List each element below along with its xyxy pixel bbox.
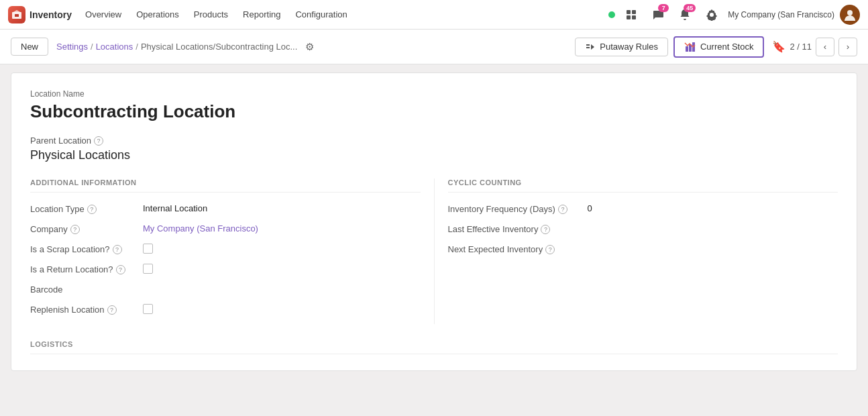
location-name-label: Location Name bbox=[30, 89, 838, 99]
inventory-freq-label: Inventory Frequency (Days) ? bbox=[448, 203, 582, 214]
replenish-location-row: Replenish Location ? bbox=[30, 304, 421, 315]
breadcrumb-current: Physical Locations/Subcontracting Loc... bbox=[141, 42, 297, 52]
topnav-right: 7 45 My Company (San Francisco) bbox=[608, 4, 860, 25]
company-row: Company ? My Company (San Francisco) bbox=[30, 223, 421, 234]
parent-location-label: Parent Location ? bbox=[30, 136, 838, 146]
location-type-row: Location Type ? Internal Location bbox=[30, 203, 421, 214]
nav-products[interactable]: Products bbox=[187, 5, 235, 23]
svg-marker-1 bbox=[12, 10, 21, 13]
putaway-rules-label: Putaway Rules bbox=[600, 42, 658, 52]
form-sections: ADDITIONAL INFORMATION Location Type ? I… bbox=[30, 178, 838, 324]
nav-configuration[interactable]: Configuration bbox=[288, 5, 354, 23]
return-location-row: Is a Return Location? ? bbox=[30, 264, 421, 274]
last-inventory-label: Last Effective Inventory ? bbox=[448, 223, 582, 234]
svg-rect-3 bbox=[627, 10, 631, 14]
logo-icon bbox=[8, 6, 25, 23]
current-stock-label: Current Stock bbox=[700, 42, 753, 52]
additional-info-title: ADDITIONAL INFORMATION bbox=[30, 178, 421, 193]
app-logo[interactable]: Inventory bbox=[8, 6, 72, 23]
cyclic-counting-title: CYCLIC COUNTING bbox=[448, 178, 838, 193]
logistics-section-title: LOGISTICS bbox=[30, 340, 838, 354]
return-location-checkbox[interactable] bbox=[143, 264, 153, 274]
top-navigation: Inventory Overview Operations Products R… bbox=[0, 0, 868, 30]
breadcrumb-sep-1: / bbox=[91, 42, 93, 52]
pagination-prev-button[interactable]: ‹ bbox=[816, 38, 834, 56]
alerts-badge: 45 bbox=[684, 4, 696, 12]
new-button[interactable]: New bbox=[11, 38, 48, 56]
section-divider bbox=[434, 178, 435, 324]
scrap-location-help[interactable]: ? bbox=[113, 245, 122, 254]
chat-icon-btn[interactable]: 7 bbox=[647, 4, 669, 25]
scrap-location-row: Is a Scrap Location? ? bbox=[30, 244, 421, 254]
breadcrumb: Settings / Locations / Physical Location… bbox=[56, 38, 567, 56]
company-value[interactable]: My Company (San Francisco) bbox=[143, 223, 421, 233]
status-dot bbox=[608, 11, 615, 18]
pagination-next-button[interactable]: › bbox=[838, 38, 857, 56]
cyclic-counting-section: CYCLIC COUNTING Inventory Frequency (Day… bbox=[448, 178, 838, 324]
inventory-freq-value: 0 bbox=[588, 203, 592, 213]
settings-gear-btn[interactable]: ⚙ bbox=[300, 38, 319, 56]
next-inventory-label: Next Expected Inventory ? bbox=[448, 244, 582, 254]
action-buttons: Putaway Rules Current Stock bbox=[575, 36, 764, 58]
replenish-location-help[interactable]: ? bbox=[107, 305, 117, 315]
next-inventory-help[interactable]: ? bbox=[545, 245, 555, 254]
bookmark-icon[interactable]: 🔖 bbox=[772, 40, 785, 53]
breadcrumb-sep-2: / bbox=[135, 42, 138, 52]
putaway-rules-button[interactable]: Putaway Rules bbox=[575, 38, 668, 56]
scrap-location-checkbox[interactable] bbox=[143, 244, 153, 254]
svg-rect-2 bbox=[15, 14, 19, 17]
location-type-value: Internal Location bbox=[143, 203, 421, 213]
replenish-location-checkbox[interactable] bbox=[143, 304, 153, 314]
company-name: My Company (San Francisco) bbox=[728, 10, 834, 19]
svg-point-7 bbox=[847, 10, 853, 15]
nav-reporting[interactable]: Reporting bbox=[236, 5, 287, 23]
company-label: Company ? bbox=[30, 223, 138, 234]
replenish-location-label: Replenish Location ? bbox=[30, 304, 138, 315]
scrap-location-label: Is a Scrap Location? ? bbox=[30, 244, 138, 254]
nav-overview[interactable]: Overview bbox=[78, 5, 128, 23]
inventory-freq-help[interactable]: ? bbox=[558, 205, 567, 214]
last-inventory-help[interactable]: ? bbox=[541, 225, 550, 234]
breadcrumb-settings[interactable]: Settings bbox=[56, 42, 88, 52]
grid-icon-btn[interactable] bbox=[620, 4, 642, 25]
barcode-row: Barcode bbox=[30, 284, 421, 295]
main-content: Location Name Subcontracting Location Pa… bbox=[0, 64, 868, 416]
settings-icon-btn[interactable] bbox=[701, 4, 722, 25]
svg-rect-4 bbox=[632, 10, 636, 14]
additional-info-section: ADDITIONAL INFORMATION Location Type ? I… bbox=[30, 178, 421, 324]
svg-rect-6 bbox=[632, 15, 636, 19]
breadcrumb-locations[interactable]: Locations bbox=[96, 42, 133, 52]
location-type-help[interactable]: ? bbox=[87, 205, 97, 214]
barcode-label: Barcode bbox=[30, 284, 138, 295]
location-type-label: Location Type ? bbox=[30, 203, 138, 214]
next-inventory-row: Next Expected Inventory ? bbox=[448, 244, 838, 254]
return-location-help[interactable]: ? bbox=[116, 265, 125, 274]
last-inventory-row: Last Effective Inventory ? bbox=[448, 223, 838, 234]
inventory-freq-row: Inventory Frequency (Days) ? 0 bbox=[448, 203, 838, 214]
app-name: Inventory bbox=[30, 9, 72, 20]
current-stock-button[interactable]: Current Stock bbox=[673, 36, 764, 58]
nav-operations[interactable]: Operations bbox=[129, 5, 186, 23]
user-avatar[interactable] bbox=[840, 5, 860, 25]
record-form: Location Name Subcontracting Location Pa… bbox=[11, 72, 857, 371]
chat-badge: 7 bbox=[658, 4, 669, 12]
putaway-icon bbox=[585, 42, 596, 52]
svg-rect-5 bbox=[627, 15, 631, 19]
action-bar: New Settings / Locations / Physical Loca… bbox=[0, 30, 868, 64]
return-location-label: Is a Return Location? ? bbox=[30, 264, 138, 274]
svg-rect-8 bbox=[686, 46, 688, 52]
parent-location-help-icon[interactable]: ? bbox=[94, 136, 103, 146]
bell-icon-btn[interactable]: 45 bbox=[674, 4, 696, 25]
company-help[interactable]: ? bbox=[70, 225, 80, 234]
record-title: Subcontracting Location bbox=[30, 101, 838, 122]
main-menu: Overview Operations Products Reporting C… bbox=[78, 5, 606, 23]
pagination: 🔖 2 / 11 ‹ › bbox=[772, 38, 857, 56]
parent-location-value: Physical Locations bbox=[30, 148, 838, 162]
pagination-display: 2 / 11 bbox=[790, 42, 812, 52]
current-stock-icon bbox=[684, 41, 696, 53]
